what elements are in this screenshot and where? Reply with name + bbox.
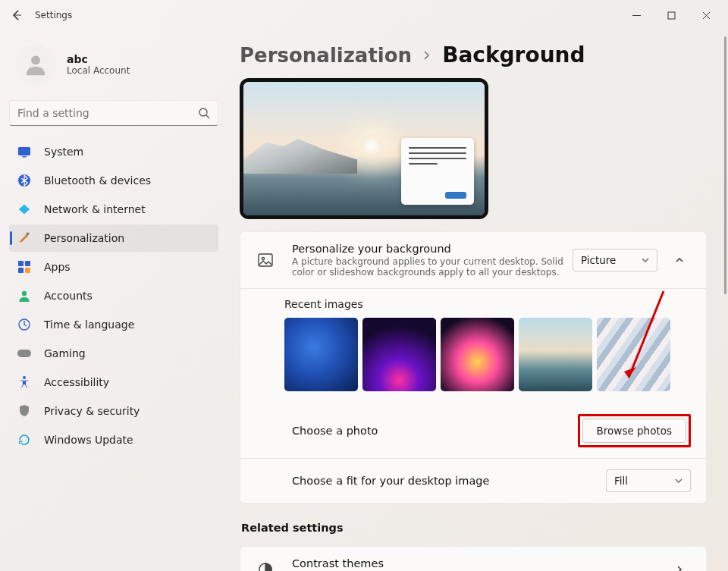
window-close-button[interactable] <box>689 3 723 27</box>
monitor-icon <box>17 144 32 159</box>
recent-image-thumb[interactable] <box>284 318 358 391</box>
nav-label: Personalization <box>44 232 124 244</box>
minimize-icon <box>632 11 641 20</box>
browse-photos-label: Browse photos <box>597 425 672 437</box>
nav-list: System Bluetooth & devices Network & int… <box>9 138 218 453</box>
accessibility-icon <box>17 375 32 390</box>
account-type: Local Account <box>67 65 130 76</box>
paintbrush-icon <box>17 231 32 246</box>
chevron-right-icon <box>422 47 431 63</box>
svg-rect-15 <box>259 254 272 266</box>
svg-rect-9 <box>18 268 24 273</box>
desktop-preview <box>240 78 488 219</box>
dropdown-value: Picture <box>581 254 616 266</box>
svg-point-2 <box>199 108 207 116</box>
nav-gaming[interactable]: Gaming <box>9 340 218 367</box>
fit-dropdown[interactable]: Fill <box>606 469 691 492</box>
account-name: abc <box>67 53 130 65</box>
chevron-up-icon <box>675 256 684 265</box>
window-maximize-button[interactable] <box>654 3 689 27</box>
collapse-button[interactable] <box>668 249 691 271</box>
nav-label: Network & internet <box>44 203 146 215</box>
svg-point-16 <box>262 257 264 259</box>
content-pane: Personalization Background Pers <box>228 30 728 571</box>
recent-image-thumb[interactable] <box>519 318 592 391</box>
globe-clock-icon <box>17 317 32 332</box>
nav-windows-update[interactable]: Windows Update <box>9 426 218 453</box>
svg-rect-13 <box>17 350 31 357</box>
svg-point-14 <box>23 376 26 379</box>
breadcrumb-parent[interactable]: Personalization <box>240 44 412 67</box>
svg-rect-4 <box>22 156 27 157</box>
nav-bluetooth[interactable]: Bluetooth & devices <box>9 167 218 194</box>
nav-label: Privacy & security <box>44 405 140 417</box>
nav-label: System <box>44 146 83 158</box>
nav-accounts[interactable]: Accounts <box>9 282 218 309</box>
svg-rect-7 <box>18 261 24 266</box>
contrast-icon <box>256 560 275 571</box>
search-input[interactable] <box>17 107 198 119</box>
svg-point-1 <box>31 55 40 64</box>
recent-image-thumb[interactable] <box>597 318 670 391</box>
related-settings-heading: Related settings <box>241 522 707 534</box>
recent-images-strip <box>240 318 706 403</box>
gamepad-icon <box>17 346 32 361</box>
go-button[interactable] <box>668 558 691 571</box>
maximize-icon <box>667 11 676 20</box>
update-icon <box>17 432 32 447</box>
background-type-dropdown[interactable]: Picture <box>573 249 657 271</box>
back-arrow-icon <box>11 9 23 21</box>
back-button[interactable] <box>2 0 32 30</box>
bluetooth-icon <box>17 173 32 188</box>
nav-label: Accounts <box>44 290 93 302</box>
personalize-card: Personalize your background A picture ba… <box>240 231 707 504</box>
chevron-down-icon <box>675 475 682 487</box>
nav-time-language[interactable]: Time & language <box>9 311 218 338</box>
svg-rect-3 <box>18 147 30 155</box>
nav-label: Time & language <box>44 318 134 331</box>
personalize-sub: A picture background applies to your cur… <box>292 256 573 278</box>
account-header[interactable]: abc Local Account <box>9 38 218 96</box>
recent-image-thumb[interactable] <box>362 318 436 391</box>
dropdown-value: Fill <box>614 475 628 487</box>
chevron-right-icon <box>675 565 684 571</box>
wifi-icon <box>17 202 32 217</box>
contrast-themes-row[interactable]: Contrast themes Color themes for low vis… <box>240 547 706 571</box>
picture-icon <box>256 250 275 270</box>
nav-label: Apps <box>44 261 71 273</box>
nav-privacy[interactable]: Privacy & security <box>9 397 218 425</box>
chevron-down-icon <box>642 254 649 266</box>
app-title: Settings <box>32 10 72 20</box>
nav-system[interactable]: System <box>9 138 218 165</box>
breadcrumb: Personalization Background <box>240 35 707 78</box>
nav-network[interactable]: Network & internet <box>9 196 218 223</box>
nav-label: Bluetooth & devices <box>44 174 151 187</box>
contrast-title: Contrast themes <box>292 557 668 569</box>
shield-icon <box>17 403 32 419</box>
scrollbar[interactable] <box>724 36 726 294</box>
window-minimize-button[interactable] <box>619 3 654 27</box>
search-icon <box>198 107 210 119</box>
person-icon <box>17 288 32 303</box>
search-box[interactable] <box>9 100 218 126</box>
recent-images-title: Recent images <box>240 289 706 318</box>
nav-accessibility[interactable]: Accessibility <box>9 369 218 396</box>
recent-image-thumb[interactable] <box>441 318 514 391</box>
choose-fit-title: Choose a fit for your desktop image <box>292 475 606 487</box>
choose-photo-title: Choose a photo <box>292 425 578 437</box>
nav-label: Gaming <box>44 347 86 359</box>
avatar <box>15 44 56 85</box>
page-title: Background <box>442 42 585 67</box>
nav-label: Windows Update <box>44 434 133 446</box>
svg-rect-8 <box>25 261 30 266</box>
titlebar: Settings <box>0 0 728 30</box>
svg-point-11 <box>22 291 27 296</box>
personalize-title: Personalize your background <box>292 243 573 255</box>
close-icon <box>702 11 711 20</box>
nav-apps[interactable]: Apps <box>9 253 218 281</box>
browse-photos-button[interactable]: Browse photos <box>582 419 686 443</box>
nav-personalization[interactable]: Personalization <box>9 224 218 252</box>
sidebar: abc Local Account System Bluetooth & d <box>0 30 228 571</box>
svg-rect-0 <box>668 12 675 19</box>
svg-rect-10 <box>25 268 30 273</box>
